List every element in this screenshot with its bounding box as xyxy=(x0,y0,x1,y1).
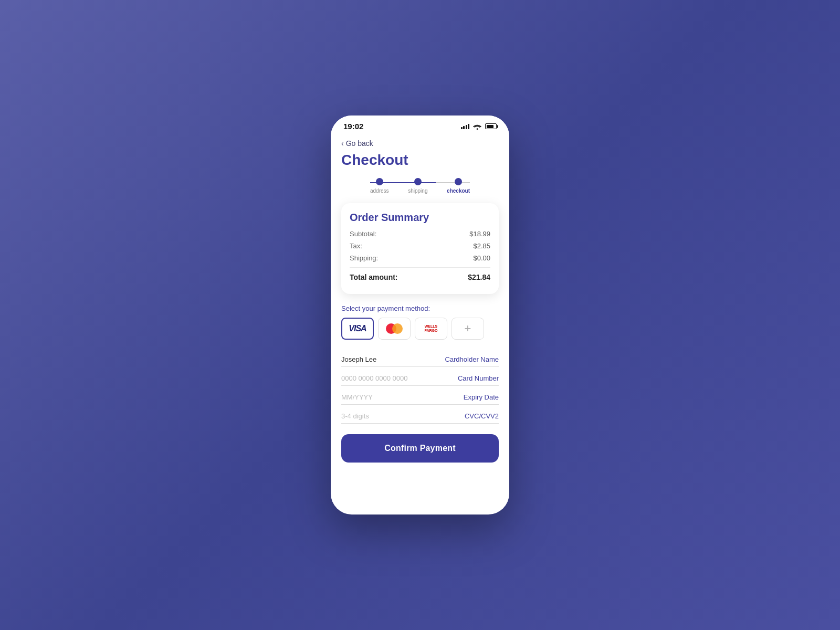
subtotal-label: Subtotal: xyxy=(350,230,376,238)
shipping-value: $0.00 xyxy=(473,254,490,262)
phone-frame: 19:02 ‹ Go back Checkout xyxy=(331,116,509,514)
confirm-payment-button[interactable]: Confirm Payment xyxy=(341,434,499,463)
tax-row: Tax: $2.85 xyxy=(350,242,490,250)
back-button[interactable]: ‹ Go back xyxy=(341,139,499,148)
cvv-label: CVC/CVV2 xyxy=(465,412,499,420)
card-number-placeholder: 0000 0000 0000 0000 xyxy=(341,374,408,382)
card-form: Joseph Lee Cardholder Name 0000 0000 000… xyxy=(341,350,499,424)
back-label: Go back xyxy=(346,139,373,148)
mastercard-option[interactable] xyxy=(378,318,411,340)
step-dot-shipping xyxy=(414,178,422,185)
visa-logo: VISA xyxy=(349,324,366,333)
tax-value: $2.85 xyxy=(473,242,490,250)
subtotal-value: $18.99 xyxy=(469,230,490,238)
payment-method-section: Select your payment method: VISA WELLSFA… xyxy=(341,304,499,340)
cvv-field[interactable]: 3-4 digits CVC/CVV2 xyxy=(341,407,499,424)
cardholder-name-field[interactable]: Joseph Lee Cardholder Name xyxy=(341,350,499,367)
expiry-date-placeholder: MM/YYYY xyxy=(341,393,373,401)
payment-method-label: Select your payment method: xyxy=(341,304,499,312)
cardholder-name-value: Joseph Lee xyxy=(341,355,376,363)
total-row: Total amount: $21.84 xyxy=(350,273,490,281)
card-number-divider xyxy=(341,385,499,386)
step-shipping: shipping xyxy=(408,178,427,194)
wellsfargo-option[interactable]: WELLSFARGO xyxy=(415,318,447,340)
add-icon: + xyxy=(465,323,471,334)
order-summary-card: Order Summary Subtotal: $18.99 Tax: $2.8… xyxy=(341,203,499,294)
card-number-label: Card Number xyxy=(458,374,499,382)
battery-icon xyxy=(485,123,497,129)
cardholder-divider xyxy=(341,366,499,367)
cvv-divider xyxy=(341,423,499,424)
status-bar: 19:02 xyxy=(331,116,509,134)
step-label-shipping: shipping xyxy=(408,188,427,194)
expiry-date-field[interactable]: MM/YYYY Expiry Date xyxy=(341,388,499,405)
step-checkout: checkout xyxy=(447,178,470,194)
total-label: Total amount: xyxy=(350,273,398,281)
order-divider xyxy=(350,267,490,268)
step-dot-checkout xyxy=(455,178,462,185)
shipping-row: Shipping: $0.00 xyxy=(350,254,490,262)
add-card-option[interactable]: + xyxy=(452,318,484,340)
total-value: $21.84 xyxy=(468,273,490,281)
signal-icon xyxy=(461,124,470,129)
back-chevron-icon: ‹ xyxy=(341,139,344,148)
status-time: 19:02 xyxy=(343,122,363,131)
mastercard-logo xyxy=(386,323,403,334)
step-dot-address xyxy=(376,178,383,185)
page-content: ‹ Go back Checkout address shipping chec… xyxy=(331,134,509,514)
subtotal-row: Subtotal: $18.99 xyxy=(350,230,490,238)
cardholder-name-label: Cardholder Name xyxy=(445,355,499,363)
shipping-label: Shipping: xyxy=(350,254,378,262)
order-summary-title: Order Summary xyxy=(350,212,490,224)
card-number-field[interactable]: 0000 0000 0000 0000 Card Number xyxy=(341,369,499,386)
step-label-address: address xyxy=(370,188,389,194)
progress-steps: address shipping checkout xyxy=(341,178,499,194)
payment-cards: VISA WELLSFARGO + xyxy=(341,318,499,340)
page-title: Checkout xyxy=(341,152,499,169)
tax-label: Tax: xyxy=(350,242,362,250)
wifi-icon xyxy=(473,123,481,130)
wellsfargo-logo: WELLSFARGO xyxy=(425,324,438,333)
step-address: address xyxy=(370,178,389,194)
status-icons xyxy=(461,123,497,130)
expiry-date-label: Expiry Date xyxy=(464,393,499,401)
visa-card-option[interactable]: VISA xyxy=(341,318,374,340)
step-label-checkout: checkout xyxy=(447,188,470,194)
expiry-divider xyxy=(341,404,499,405)
cvv-placeholder: 3-4 digits xyxy=(341,412,369,420)
